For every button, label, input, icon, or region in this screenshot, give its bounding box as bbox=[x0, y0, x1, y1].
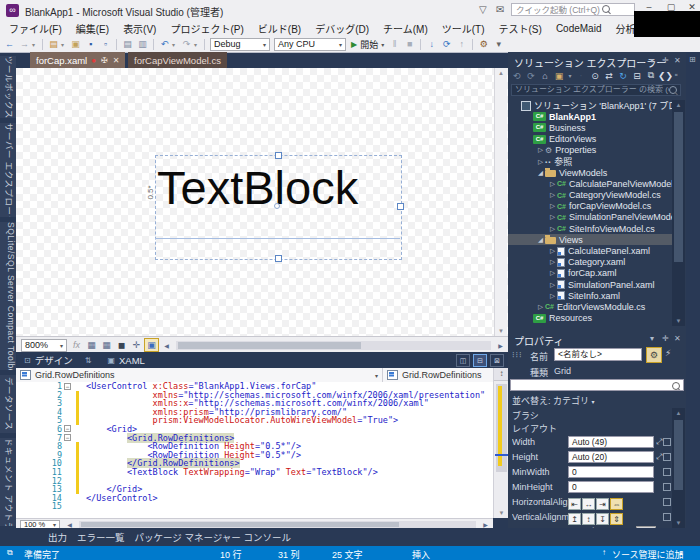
tree-arrow-icon[interactable]: ◢ bbox=[536, 236, 545, 244]
toolbar-icon-7[interactable]: ▪ bbox=[83, 39, 98, 49]
prop-input-Width[interactable]: Auto (49) bbox=[568, 436, 654, 448]
designer-textblock[interactable]: TextBlock bbox=[157, 160, 358, 215]
bottom-tab-出力[interactable]: 出力 bbox=[48, 530, 67, 544]
tree-arrow-icon[interactable]: ▷ bbox=[536, 146, 545, 154]
property-marker-box[interactable] bbox=[663, 513, 671, 521]
se-toolbar-icon-2[interactable]: ⌂ bbox=[538, 71, 552, 81]
valign-button-0[interactable]: ↥ bbox=[568, 513, 581, 525]
tree-arrow-icon[interactable]: ▷ bbox=[548, 292, 557, 300]
tree-item-SiteInfoViewModel.cs[interactable]: ▷C#SiteInfoViewModel.cs bbox=[508, 223, 672, 234]
side-tab-データソース[interactable]: データソース bbox=[0, 375, 16, 433]
tree-arrow-icon[interactable]: ▷ bbox=[548, 269, 557, 277]
breadcrumb-left-combo[interactable]: Grid.RowDefinitions ▾ bbox=[16, 368, 383, 382]
valign-button-1[interactable]: ↕ bbox=[582, 513, 595, 525]
config-combo[interactable]: Debug▾ bbox=[210, 38, 270, 51]
section-brush[interactable]: ブラシ bbox=[512, 409, 539, 422]
menu-item-表示(V)[interactable]: 表示(V) bbox=[116, 21, 163, 36]
tree-item-Properties[interactable]: ▷⚙Properties bbox=[508, 145, 672, 156]
platform-combo[interactable]: Any CPU▾ bbox=[274, 38, 346, 51]
close-icon[interactable]: ✕ bbox=[113, 56, 120, 65]
toolbar-icon-8[interactable]: ▫ bbox=[98, 39, 113, 49]
toolbar-icon-6[interactable]: ▣ bbox=[68, 39, 83, 49]
menu-item-チーム(M)[interactable]: チーム(M) bbox=[376, 21, 435, 36]
swap-panes-button[interactable]: ⇅ bbox=[81, 356, 100, 365]
tree-item-参照[interactable]: ▷▪▪参照 bbox=[508, 156, 672, 167]
fold-collapse-icon[interactable]: − bbox=[64, 383, 71, 390]
show-grid-icon[interactable]: ▦ bbox=[84, 340, 99, 350]
add-to-source-control[interactable]: ソース管理に追加 bbox=[612, 548, 684, 560]
tree-scroll-thumb[interactable] bbox=[674, 112, 683, 262]
tab-design[interactable]: ⊡ デザイン bbox=[16, 353, 81, 367]
toolbar-icon-11[interactable]: ▥ bbox=[135, 39, 150, 49]
debug-toolbar-icon-5[interactable]: ↑ bbox=[454, 39, 469, 49]
fold-collapse-icon[interactable]: − bbox=[64, 425, 71, 432]
effects-toggle-icon[interactable]: fx bbox=[69, 340, 84, 350]
se-toolbar-icon-5[interactable]: ⋅ bbox=[574, 71, 588, 81]
debug-toolbar-icon-7[interactable]: ⚙ bbox=[476, 39, 491, 49]
se-toolbar-icon-8[interactable]: ↻ bbox=[616, 71, 630, 81]
property-search-input[interactable] bbox=[510, 379, 684, 391]
code-line-14[interactable]: 14</UserControl> bbox=[16, 494, 493, 503]
toolbar-icon-10[interactable]: ▤ bbox=[120, 39, 135, 49]
events-mode-icon[interactable]: ⚡ bbox=[665, 348, 671, 358]
tree-arrow-icon[interactable]: ▷ bbox=[536, 158, 545, 166]
tree-arrow-icon[interactable]: ▷ bbox=[548, 281, 557, 289]
se-toolbar-icon-11[interactable]: ❮❯ bbox=[658, 71, 672, 81]
se-toolbar-icon-12[interactable]: ❝ bbox=[672, 72, 680, 79]
xaml-designer-surface[interactable]: TextBlock 0.5* bbox=[16, 68, 508, 336]
chevron-up-icon[interactable]: ▲ bbox=[678, 550, 684, 556]
properties-scroll-thumb[interactable] bbox=[674, 420, 683, 490]
tree-item-ViewModels[interactable]: ◢ViewModels bbox=[508, 167, 672, 178]
code-line-11[interactable]: 11 <TextBlock TextWrapping="Wrap" Text="… bbox=[16, 468, 493, 477]
snaplines-icon[interactable]: ✛ bbox=[129, 340, 144, 350]
tree-item-ソリューション 'BlankApp1' (7 プロジェクト)[interactable]: ソリューション 'BlankApp1' (7 プロジェクト) bbox=[508, 100, 672, 111]
designer-vertical-scrollbar[interactable]: ▲ ▼ bbox=[494, 68, 507, 336]
tree-item-BlankApp1[interactable]: C#BlankApp1 bbox=[508, 111, 672, 122]
advanced-size-icon[interactable]: ⤢ bbox=[656, 437, 662, 447]
filter-icon[interactable]: ▽ bbox=[479, 4, 487, 15]
menu-item-編集(E)[interactable]: 編集(E) bbox=[69, 21, 116, 36]
property-marker-box[interactable] bbox=[663, 528, 671, 529]
chevron-down-icon[interactable]: ▾ bbox=[194, 41, 201, 48]
scroll-up-icon[interactable]: ▲ bbox=[495, 70, 507, 76]
menu-item-ビルド(B)[interactable]: ビルド(B) bbox=[251, 21, 308, 36]
name-input[interactable]: <名前なし> bbox=[554, 348, 642, 361]
side-tab-ドキュメント アウトライン[interactable]: ドキュメント アウトライン bbox=[0, 438, 16, 526]
properties-mode-icon[interactable]: ⚙ bbox=[646, 347, 662, 363]
se-toolbar-icon-9[interactable]: ⊟ bbox=[630, 71, 644, 81]
toolbar-icon-15[interactable]: ↷ bbox=[179, 39, 194, 49]
tree-arrow-icon[interactable]: ▷ bbox=[548, 225, 557, 233]
tree-arrow-icon[interactable]: ▷ bbox=[536, 303, 545, 311]
scroll-down-icon[interactable]: ▼ bbox=[495, 328, 507, 334]
prop-input-MinHeight[interactable]: 0 bbox=[568, 481, 654, 493]
scroll-down-icon[interactable]: ▼ bbox=[672, 520, 685, 526]
debug-toolbar-icon-4[interactable]: ⟳ bbox=[439, 39, 454, 49]
split-grip[interactable]: ↕ bbox=[494, 368, 509, 381]
tree-vertical-scrollbar[interactable]: ▲ ▼ bbox=[672, 100, 685, 326]
window-menu-icon[interactable]: ▾ bbox=[650, 56, 654, 65]
tree-item-Views[interactable]: ◢Views bbox=[508, 234, 672, 245]
toolbar-icon-1[interactable]: → bbox=[17, 39, 32, 49]
tree-item-EditorViewsModule.cs[interactable]: ▷C#EditorViewsModule.cs bbox=[508, 301, 672, 312]
scroll-down-icon[interactable]: ▼ bbox=[494, 510, 509, 516]
menu-item-プロジェクト(P)[interactable]: プロジェクト(P) bbox=[163, 21, 250, 36]
collapse-pane-button[interactable]: ⊠ bbox=[490, 354, 504, 367]
close-icon[interactable]: ✕ bbox=[674, 334, 681, 343]
editor-hscroll-thumb[interactable] bbox=[81, 522, 399, 527]
bottom-tab-エラー一覧[interactable]: エラー一覧 bbox=[77, 530, 125, 544]
menu-item-テスト(S)[interactable]: テスト(S) bbox=[492, 21, 549, 36]
side-tab-SQLite/SQL Server Compact Toolbox[interactable]: SQLite/SQL Server Compact Toolbox bbox=[0, 222, 16, 370]
tree-item-forCapViewModel.cs[interactable]: ▷C#forCapViewModel.cs bbox=[508, 201, 672, 212]
tree-item-SiteInfo.xaml[interactable]: ▷SiteInfo.xaml bbox=[508, 290, 672, 301]
solution-search-input[interactable]: ソリューション エクスプローラー の検索 (Ctrl+;) bbox=[511, 84, 681, 96]
window-menu-icon[interactable]: ▾ bbox=[650, 334, 654, 343]
tree-item-Business[interactable]: C#Business bbox=[508, 122, 672, 133]
properties-scrollbar[interactable]: ▲ ▼ bbox=[672, 408, 685, 528]
tree-arrow-icon[interactable]: ▷ bbox=[548, 247, 557, 255]
chevron-down-icon[interactable]: ▾ bbox=[172, 41, 179, 48]
tree-item-CalculatePanelViewModel.cs[interactable]: ▷C#CalculatePanelViewModel.cs bbox=[508, 178, 672, 189]
prop-input-MinWidth[interactable]: 0 bbox=[568, 466, 654, 478]
se-toolbar-icon-10[interactable]: ⧉ bbox=[644, 70, 658, 81]
debug-toolbar-icon-1[interactable]: ■ bbox=[402, 39, 417, 49]
xaml-code-editor[interactable]: 1−<UserControl x:Class="BlankApp1.Views.… bbox=[16, 382, 493, 518]
